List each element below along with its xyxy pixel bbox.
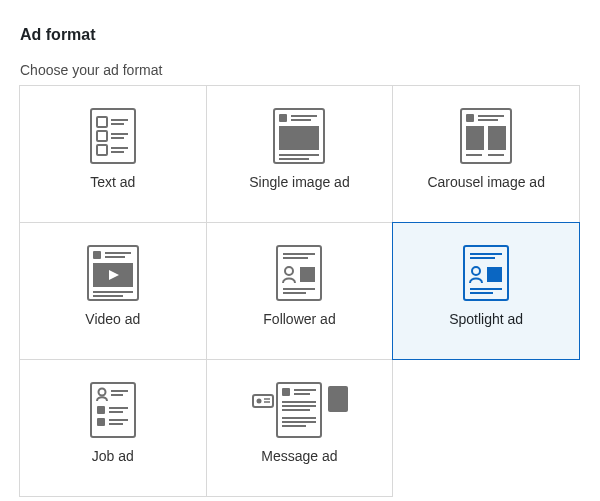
svg-rect-2 (97, 131, 107, 141)
video-ad-icon (85, 241, 141, 305)
ad-format-label: Single image ad (249, 174, 349, 190)
ad-format-label: Spotlight ad (449, 311, 523, 327)
ad-format-label: Video ad (85, 311, 140, 327)
image-thumbnail-icon (328, 386, 348, 412)
svg-rect-67 (253, 395, 273, 407)
svg-rect-14 (279, 126, 319, 150)
ad-format-option-spotlight[interactable]: Spotlight ad (392, 222, 580, 360)
job-ad-icon (85, 378, 141, 442)
svg-rect-54 (97, 418, 105, 426)
svg-rect-21 (466, 126, 484, 150)
ad-format-option-follower[interactable]: Follower ad (206, 222, 394, 360)
svg-rect-58 (282, 388, 290, 396)
message-ad-icon (254, 378, 344, 442)
svg-rect-18 (466, 114, 474, 122)
svg-rect-11 (279, 114, 287, 122)
svg-rect-1 (97, 117, 107, 127)
ad-format-label: Message ad (261, 448, 337, 464)
svg-rect-37 (300, 267, 315, 282)
ad-format-option-video[interactable]: Video ad (19, 222, 207, 360)
id-card-icon (252, 394, 274, 410)
ad-format-option-message[interactable]: Message ad (206, 359, 394, 497)
ad-format-option-carousel[interactable]: Carousel image ad (392, 85, 580, 223)
single-image-ad-icon (271, 104, 327, 168)
svg-rect-44 (487, 267, 502, 282)
ad-format-option-single-image[interactable]: Single image ad (206, 85, 394, 223)
ad-format-label: Text ad (90, 174, 135, 190)
svg-rect-51 (97, 406, 105, 414)
ad-format-option-job[interactable]: Job ad (19, 359, 207, 497)
ad-format-label: Job ad (92, 448, 134, 464)
svg-point-68 (257, 399, 262, 404)
svg-point-36 (285, 267, 293, 275)
ad-format-grid: Text ad Single image ad (20, 86, 580, 497)
spotlight-ad-icon (458, 241, 514, 305)
ad-format-label: Follower ad (263, 311, 335, 327)
svg-rect-22 (488, 126, 506, 150)
svg-rect-71 (328, 386, 348, 412)
svg-point-43 (472, 267, 480, 275)
section-title: Ad format (20, 26, 580, 44)
ad-format-label: Carousel image ad (427, 174, 545, 190)
carousel-ad-icon (458, 104, 514, 168)
section-subtitle: Choose your ad format (20, 62, 580, 78)
text-ad-icon (85, 104, 141, 168)
follower-ad-icon (271, 241, 327, 305)
svg-rect-3 (97, 145, 107, 155)
ad-format-option-text[interactable]: Text ad (19, 85, 207, 223)
svg-rect-26 (93, 251, 101, 259)
svg-point-48 (98, 389, 105, 396)
